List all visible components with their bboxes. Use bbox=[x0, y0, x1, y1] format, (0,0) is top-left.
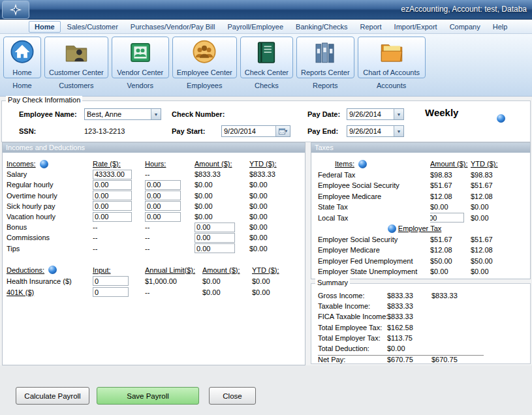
check-number-input[interactable] bbox=[232, 109, 290, 119]
hours-input[interactable] bbox=[145, 212, 181, 222]
tab-banking-checks[interactable]: Banking/Checks bbox=[290, 21, 354, 33]
ytd-value: $0.00 bbox=[252, 277, 295, 285]
ssn-value: 123-13-2213 bbox=[84, 127, 125, 135]
rate-value: -- bbox=[93, 223, 145, 231]
deduction-input[interactable] bbox=[93, 276, 129, 286]
tab-sales-customer[interactable]: Sales/Customer bbox=[61, 21, 124, 33]
tax-label: Employee Medicare bbox=[318, 192, 430, 200]
taxes-section-header: Taxes bbox=[311, 143, 530, 153]
tax-label: Employer Fed Unemployment bbox=[318, 257, 430, 265]
save-payroll-button[interactable]: Save Payroll bbox=[97, 387, 199, 405]
toolbar-group-label: Home bbox=[12, 82, 31, 89]
check-center-button[interactable]: Check Center bbox=[240, 37, 293, 78]
hours-input[interactable] bbox=[145, 191, 181, 200]
taxes-panel: Taxes Items: Amount ($): YTD ($): Federa… bbox=[311, 142, 531, 279]
rate-value: -- bbox=[93, 245, 145, 253]
summary-label: Taxable Income: bbox=[318, 302, 387, 310]
tab-report[interactable]: Report bbox=[354, 21, 388, 33]
rate-input[interactable] bbox=[93, 180, 132, 190]
title-bar: ezAccounting, Account: test, Databa bbox=[0, 0, 532, 20]
rate-input[interactable] bbox=[93, 170, 132, 179]
hours-input[interactable] bbox=[145, 180, 181, 190]
ytd-header: YTD ($): bbox=[249, 160, 295, 168]
deduction-label-401k[interactable]: 401K ($) bbox=[7, 288, 93, 296]
toolbar-label: Vendor Center bbox=[117, 69, 163, 76]
chevron-down-icon[interactable]: ▼ bbox=[151, 109, 161, 119]
employer-tax-help-icon[interactable] bbox=[388, 224, 396, 233]
pay-frequency-label: Weekly bbox=[425, 107, 458, 118]
tab-import-export[interactable]: Import/Export bbox=[388, 21, 443, 33]
employee-center-icon bbox=[190, 38, 219, 66]
tax-ytd: $50.00 bbox=[471, 257, 511, 265]
toolbar-item-customer-center: Customer Center Customers bbox=[44, 37, 108, 96]
tab-company[interactable]: Company bbox=[444, 21, 486, 33]
amount-value: $0.00 bbox=[195, 202, 249, 210]
pay-date-value: 9/26/2014 bbox=[347, 109, 394, 119]
net-pay-label: Net Pay: bbox=[318, 355, 387, 363]
deduction-input[interactable] bbox=[93, 287, 129, 297]
rate-input[interactable] bbox=[93, 191, 132, 200]
rate-header: Rate ($): bbox=[93, 160, 145, 168]
chart-of-accounts-button[interactable]: Chart of Accounts bbox=[358, 37, 426, 78]
pay-end-select[interactable]: 9/26/2014 ▼ bbox=[347, 125, 404, 137]
vendor-center-icon bbox=[126, 38, 155, 66]
pay-date-select[interactable]: 9/26/2014 ▼ bbox=[347, 108, 404, 120]
toolbar-group-label: Vendors bbox=[127, 82, 153, 89]
tab-purchases-vendor[interactable]: Purchases/Vendor/Pay Bill bbox=[125, 21, 221, 33]
taxes-table: Items: Amount ($): YTD ($): Federal Tax … bbox=[318, 159, 511, 277]
app-menu-button[interactable] bbox=[2, 1, 29, 19]
toolbar-item-vendor-center: Vendor Center Vendors bbox=[112, 37, 169, 96]
amount-input[interactable] bbox=[195, 233, 235, 243]
chevron-down-icon[interactable]: ▼ bbox=[394, 109, 403, 119]
employee-name-select[interactable]: Best, Anne ▼ bbox=[84, 108, 161, 120]
rate-input[interactable] bbox=[93, 201, 132, 211]
tab-home[interactable]: Home bbox=[29, 21, 61, 33]
deductions-header: Deductions: bbox=[7, 266, 93, 274]
ytd-value: $0.00 bbox=[249, 234, 295, 241]
tax-amount: $0.00 bbox=[430, 268, 471, 275]
income-label: Vacation hourly bbox=[7, 213, 93, 221]
rate-input[interactable] bbox=[93, 212, 132, 222]
amount-header: Amount ($): bbox=[202, 266, 252, 274]
tab-help[interactable]: Help bbox=[487, 21, 514, 33]
income-label: Bonus bbox=[7, 223, 93, 231]
pay-start-value: 9/20/2014 bbox=[222, 126, 275, 136]
taxes-help-icon[interactable] bbox=[358, 160, 367, 168]
ytd-value: $0.00 bbox=[249, 223, 295, 231]
income-label: Overtime hourly bbox=[7, 192, 93, 200]
paycheck-help-icon[interactable] bbox=[497, 114, 505, 123]
vendor-center-button[interactable]: Vendor Center bbox=[112, 37, 169, 78]
amount-value: $0.00 bbox=[202, 277, 252, 285]
deduction-label: Health Insurance ($) bbox=[7, 277, 93, 285]
hours-value: -- bbox=[145, 223, 195, 231]
calendar-icon[interactable]: ▾ bbox=[275, 126, 290, 136]
ytd-value: $0.00 bbox=[249, 181, 295, 189]
tab-payroll-employee[interactable]: Payroll/Employee bbox=[221, 21, 289, 33]
ssn-label: SSN: bbox=[19, 127, 36, 135]
toolbar-label: Chart of Accounts bbox=[363, 69, 420, 76]
calculate-payroll-button[interactable]: Calculate Payroll bbox=[16, 387, 89, 405]
tax-label: Employer Social Security bbox=[318, 236, 430, 243]
chevron-down-icon[interactable]: ▼ bbox=[394, 126, 403, 136]
home-button[interactable]: Home bbox=[3, 37, 41, 78]
reports-center-button[interactable]: Reports Center bbox=[296, 37, 354, 78]
customer-center-button[interactable]: Customer Center bbox=[44, 37, 108, 78]
employee-name-label: Employee Name: bbox=[19, 110, 77, 118]
pay-start-datepicker[interactable]: 9/20/2014 ▾ bbox=[221, 125, 290, 137]
local-tax-input[interactable] bbox=[430, 213, 464, 223]
deductions-help-icon[interactable] bbox=[48, 266, 57, 274]
tax-label: Employee Social Security bbox=[318, 181, 430, 189]
input-header: Input: bbox=[93, 266, 145, 274]
amount-input[interactable] bbox=[195, 223, 235, 232]
toolbar-item-reports-center: Reports Center Reports bbox=[296, 37, 354, 96]
amount-input[interactable] bbox=[195, 243, 235, 253]
pay-end-label: Pay End: bbox=[307, 127, 338, 135]
close-button[interactable]: Close bbox=[209, 387, 256, 405]
pay-start-label: Pay Start: bbox=[172, 127, 205, 135]
pay-date-label: Pay Date: bbox=[307, 110, 340, 118]
hours-input[interactable] bbox=[145, 201, 181, 211]
annual-limit-value: -- bbox=[145, 288, 202, 296]
employee-center-button[interactable]: Employee Center bbox=[172, 37, 237, 78]
menu-bar: Home Sales/Customer Purchases/Vendor/Pay… bbox=[0, 20, 532, 34]
incomes-help-icon[interactable] bbox=[40, 160, 48, 168]
